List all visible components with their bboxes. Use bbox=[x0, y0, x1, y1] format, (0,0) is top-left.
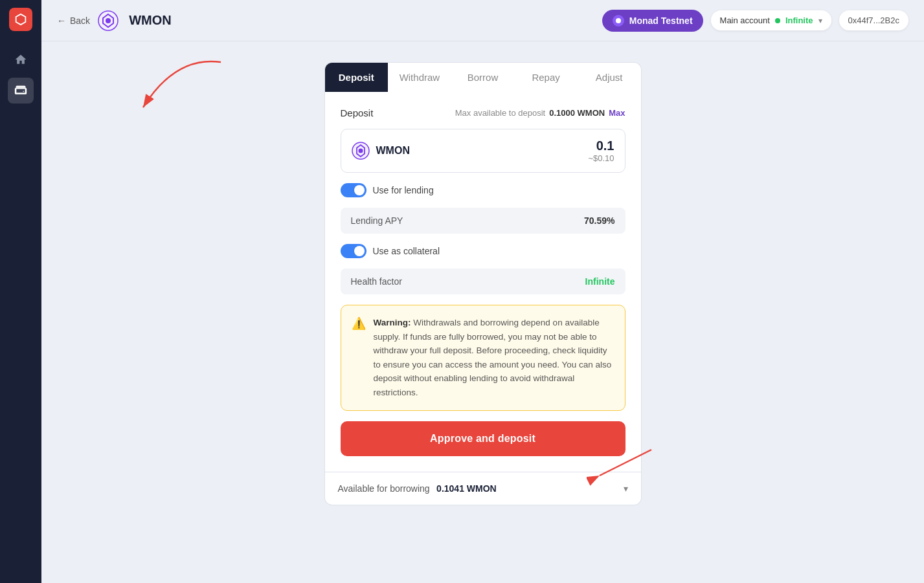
sidebar-item-wallet[interactable] bbox=[8, 78, 34, 104]
sidebar-item-transfer[interactable] bbox=[8, 109, 34, 135]
svg-point-3 bbox=[616, 18, 621, 23]
back-button[interactable]: ← Back bbox=[57, 16, 90, 26]
network-dot-icon bbox=[613, 15, 624, 27]
approve-deposit-button[interactable]: Approve and deposit bbox=[341, 421, 625, 456]
account-badge[interactable]: Main account Infinite ▾ bbox=[711, 10, 831, 30]
token-ticker: WMON bbox=[376, 145, 410, 157]
sidebar bbox=[0, 0, 41, 583]
main-area: ← Back WMON Monad Testnet Main account I… bbox=[41, 0, 924, 583]
account-name: Main account bbox=[720, 16, 770, 25]
use-as-collateral-row: Use as collateral bbox=[341, 244, 625, 258]
network-label: Monad Testnet bbox=[629, 16, 693, 26]
warning-icon: ⚠️ bbox=[352, 316, 366, 400]
use-for-lending-toggle[interactable] bbox=[341, 183, 366, 197]
wmon-token-icon bbox=[352, 142, 370, 160]
warning-body: Withdrawals and borrowing depend on avai… bbox=[374, 318, 612, 397]
max-button[interactable]: Max bbox=[609, 108, 625, 118]
available-borrowing-label: Available for borrowing bbox=[338, 483, 430, 494]
header: ← Back WMON Monad Testnet Main account I… bbox=[41, 0, 924, 41]
back-label: Back bbox=[70, 16, 90, 26]
token-input-box[interactable]: WMON 0.1 ~$0.10 bbox=[341, 129, 625, 173]
lending-apy-label: Lending APY bbox=[351, 215, 403, 226]
max-available-label: Max available to deposit bbox=[455, 108, 545, 118]
tab-repay[interactable]: Repay bbox=[514, 63, 578, 92]
svg-point-7 bbox=[358, 149, 363, 153]
sidebar-item-home[interactable] bbox=[8, 47, 34, 72]
bottom-section[interactable]: Available for borrowing 0.1041 WMON ▾ bbox=[324, 472, 642, 505]
token-input-left: WMON bbox=[352, 142, 410, 160]
use-for-lending-label: Use for lending bbox=[373, 185, 434, 195]
lending-apy-row: Lending APY 70.59% bbox=[341, 208, 625, 234]
use-as-collateral-toggle[interactable] bbox=[341, 244, 366, 258]
health-factor-row: Health factor Infinite bbox=[341, 269, 625, 294]
tabs-bar: Deposit Withdraw Borrow Repay Adjust bbox=[324, 62, 642, 92]
use-for-lending-row: Use for lending bbox=[341, 183, 625, 197]
bottom-chevron-icon: ▾ bbox=[624, 483, 628, 494]
tab-deposit[interactable]: Deposit bbox=[325, 63, 389, 92]
account-status: Infinite bbox=[785, 16, 813, 25]
account-chevron-icon: ▾ bbox=[818, 16, 822, 25]
account-status-dot bbox=[775, 18, 780, 23]
content-wrapper: Deposit Withdraw Borrow Repay Adjust Dep… bbox=[324, 62, 642, 562]
token-name: WMON bbox=[129, 13, 172, 28]
tab-withdraw[interactable]: Withdraw bbox=[388, 63, 451, 92]
token-input-right: 0.1 ~$0.10 bbox=[588, 138, 614, 163]
deposit-section-label: Deposit bbox=[341, 107, 374, 118]
back-arrow-icon: ← bbox=[57, 16, 66, 26]
approve-btn-container: Approve and deposit bbox=[341, 421, 625, 456]
annotation-arrow-sidebar bbox=[124, 43, 253, 159]
tab-adjust[interactable]: Adjust bbox=[578, 63, 641, 92]
warning-box: ⚠️ Warning: Withdrawals and borrowing de… bbox=[341, 305, 625, 411]
use-as-collateral-label: Use as collateral bbox=[373, 246, 440, 256]
deposit-max-info: Max available to deposit 0.1000 WMON Max bbox=[455, 108, 625, 118]
network-badge[interactable]: Monad Testnet bbox=[602, 10, 703, 32]
main-card: Deposit Max available to deposit 0.1000 … bbox=[324, 92, 642, 472]
token-usd-value: ~$0.10 bbox=[588, 153, 614, 163]
card-container: Deposit Withdraw Borrow Repay Adjust Dep… bbox=[324, 62, 642, 505]
health-factor-label: Health factor bbox=[351, 276, 402, 287]
tab-borrow[interactable]: Borrow bbox=[451, 63, 515, 92]
app-logo[interactable] bbox=[9, 8, 32, 31]
max-available-amount: 0.1000 WMON bbox=[549, 108, 605, 118]
warning-title: Warning: bbox=[374, 318, 411, 327]
health-factor-value: Infinite bbox=[585, 276, 615, 287]
warning-text: Warning: Withdrawals and borrowing depen… bbox=[374, 316, 614, 400]
available-borrowing-amount: 0.1041 WMON bbox=[436, 483, 497, 494]
bottom-info: Available for borrowing 0.1041 WMON bbox=[338, 483, 497, 494]
content-area: Deposit Withdraw Borrow Repay Adjust Dep… bbox=[41, 41, 924, 583]
svg-point-2 bbox=[106, 18, 111, 23]
wallet-address-badge[interactable]: 0x44f7...2B2c bbox=[839, 10, 909, 30]
token-logo-icon bbox=[98, 10, 118, 31]
deposit-header: Deposit Max available to deposit 0.1000 … bbox=[341, 107, 625, 118]
lending-apy-value: 70.59% bbox=[584, 215, 614, 226]
token-amount: 0.1 bbox=[588, 138, 614, 153]
